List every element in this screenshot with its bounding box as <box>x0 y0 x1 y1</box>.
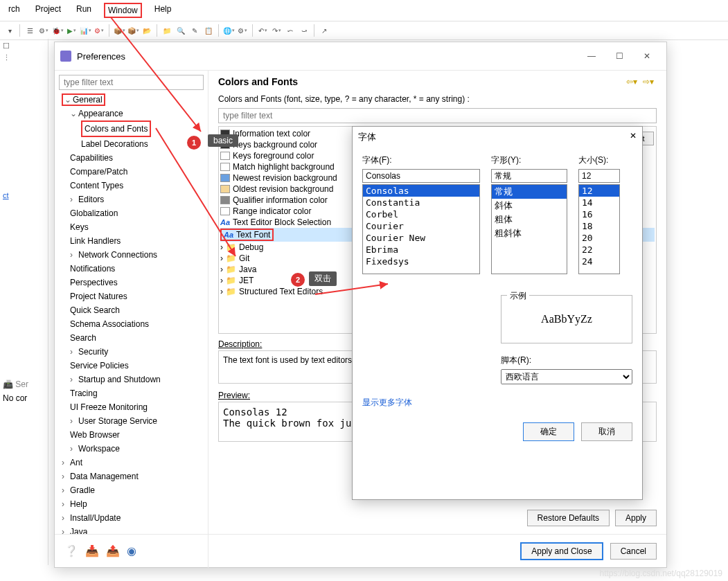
inner-filter-input[interactable] <box>218 108 657 123</box>
separator <box>314 24 314 37</box>
tree-item[interactable]: UI Freeze Monitoring <box>59 400 204 414</box>
font-dialog: 字体 ✕ 字体(F): Consolas Constantia Corbel C… <box>352 126 643 500</box>
tree-item[interactable]: Workspace <box>78 444 120 454</box>
size-label: 大小(S): <box>578 154 620 166</box>
size-listbox[interactable]: 12 14 16 18 20 22 24 <box>578 184 620 274</box>
export-icon[interactable]: 📤 <box>106 544 120 557</box>
filter-input[interactable] <box>59 75 204 90</box>
cancel-button[interactable]: Cancel <box>610 543 657 560</box>
menu-item-window[interactable]: Window <box>104 3 142 18</box>
tree-item[interactable]: Editors <box>78 195 104 204</box>
toolbar-icon[interactable]: ▾ <box>4 25 15 36</box>
page-title: Colors and Fonts <box>218 76 623 87</box>
tree-item[interactable]: Link Handlers <box>59 234 204 248</box>
preferences-tree[interactable]: ⌄General ⌄Appearance Colors and Fonts La… <box>59 93 204 539</box>
toolbar-icon[interactable]: ⚙▾ <box>237 25 248 36</box>
font-dialog-titlebar: 字体 ✕ <box>353 127 642 148</box>
script-select[interactable]: 西欧语言 <box>501 369 632 384</box>
tree-item[interactable]: Schema Associations <box>59 317 204 331</box>
tree-item[interactable]: Web Browser <box>59 428 204 442</box>
tree-item[interactable]: Help <box>70 499 87 509</box>
tree-item[interactable]: Perspectives <box>59 276 204 289</box>
font-name-input[interactable] <box>362 169 480 183</box>
toolbar-icon[interactable]: ⚙▾ <box>38 25 49 36</box>
toolbar-icon[interactable]: 🌐▾ <box>223 25 234 36</box>
toolbar-icon[interactable]: 📁 <box>161 25 172 36</box>
toolbar-icon[interactable]: 📊▾ <box>80 25 91 36</box>
tree-item[interactable]: Search <box>59 331 204 345</box>
toolbar: ▾ ☰ ⚙▾ 🐞▾ ▶▾ 📊▾ ⚙▾ 📦▾ 📦▾ 📂 📁 🔍 ✎ 📋 🌐▾ ⚙▾… <box>0 21 728 40</box>
record-icon[interactable]: ◉ <box>127 544 136 557</box>
tree-item[interactable]: Startup and Shutdown <box>78 375 161 384</box>
tree-item[interactable]: Install/Update <box>70 513 121 523</box>
tree-item[interactable]: Quick Search <box>59 303 204 317</box>
annotation-label-basic: basic <box>208 134 238 147</box>
toolbar-icon[interactable]: 📦▾ <box>114 25 125 36</box>
restore-defaults-button[interactable]: Restore Defaults <box>527 510 610 526</box>
close-button[interactable]: ✕ <box>633 46 661 66</box>
tree-item[interactable]: Project Natures <box>59 289 204 303</box>
nav-arrows[interactable]: ⇦▾⇨▾ <box>623 77 657 87</box>
tree-item[interactable]: Content Types <box>59 179 204 193</box>
panel-tab[interactable]: ⋮ <box>3 53 45 62</box>
tree-item[interactable]: Gradle <box>70 485 95 495</box>
tree-item[interactable]: Label Decorations <box>59 137 204 151</box>
menu-item-help[interactable]: Help <box>152 3 175 18</box>
toolbar-icon[interactable]: ⤻ <box>299 25 310 36</box>
link-fragment[interactable]: ct <box>3 191 9 199</box>
toolbar-icon[interactable]: ✎ <box>189 25 200 36</box>
maximize-button[interactable]: ☐ <box>605 46 633 66</box>
toolbar-icon[interactable]: ☰ <box>24 25 35 36</box>
font-style-input[interactable] <box>491 169 567 183</box>
tree-item[interactable]: Service Policies <box>59 359 204 373</box>
tree-item[interactable]: Tracing <box>59 386 204 400</box>
font-size-input[interactable] <box>578 169 620 183</box>
toolbar-icon[interactable]: ⤺ <box>285 25 296 36</box>
tree-item[interactable]: Ant <box>70 458 82 467</box>
back-icon[interactable]: ↶▾ <box>257 25 268 36</box>
menu-item-run[interactable]: Run <box>73 3 94 18</box>
debug-icon[interactable]: 🐞▾ <box>52 25 63 36</box>
separator <box>252 24 253 37</box>
apply-button[interactable]: Apply <box>615 510 657 526</box>
menu-bar: rch Project Run Window Help <box>0 0 728 21</box>
cancel-button[interactable]: 取消 <box>581 422 632 441</box>
minimize-button[interactable]: — <box>578 46 605 66</box>
toolbar-icon[interactable]: ⚙▾ <box>94 25 105 36</box>
watermark: https://blog.csdn.net/qq28129019 <box>600 569 722 578</box>
import-icon[interactable]: 📥 <box>85 544 99 557</box>
tree-colors-and-fonts[interactable]: Colors and Fonts <box>81 120 151 137</box>
tree-item[interactable]: Compare/Patch <box>59 165 204 179</box>
menu-item-project[interactable]: Project <box>33 3 64 18</box>
close-icon[interactable]: ✕ <box>630 131 637 143</box>
tree-item[interactable]: Security <box>78 347 108 357</box>
menu-item-search[interactable]: rch <box>6 3 23 18</box>
script-label: 脚本(R): <box>501 355 632 366</box>
toolbar-icon[interactable]: 📦▾ <box>127 25 139 36</box>
style-label: 字形(Y): <box>491 154 567 166</box>
toolbar-icon[interactable]: 📋 <box>203 25 214 36</box>
tree-item[interactable]: Keys <box>59 220 204 234</box>
apply-and-close-button[interactable]: Apply and Close <box>520 542 603 560</box>
more-fonts-link[interactable]: 显示更多字体 <box>362 397 412 409</box>
separator <box>109 24 109 37</box>
tree-item[interactable]: Notifications <box>59 262 204 276</box>
font-listbox[interactable]: Consolas Constantia Corbel Courier Couri… <box>362 184 480 274</box>
dialog-titlebar: Preferences — ☐ ✕ <box>55 42 666 71</box>
tree-item[interactable]: Data Management <box>70 472 139 481</box>
style-listbox[interactable]: 常规 斜体 粗体 粗斜体 <box>491 184 567 274</box>
forward-icon[interactable]: ↷▾ <box>271 25 282 36</box>
toolbar-icon[interactable]: 📂 <box>141 25 152 36</box>
run-icon[interactable]: ▶▾ <box>66 25 77 36</box>
ok-button[interactable]: 确定 <box>523 422 574 441</box>
panel-tab[interactable]: ☐ <box>3 42 45 51</box>
separator <box>19 24 20 37</box>
text-font-row[interactable]: Text Font <box>236 230 270 240</box>
tree-item[interactable]: User Storage Service <box>78 416 157 426</box>
tree-item[interactable]: Globalization <box>59 206 204 220</box>
help-icon[interactable]: ❔ <box>64 544 78 557</box>
tree-item[interactable]: Capabilities <box>59 151 204 165</box>
toolbar-icon[interactable]: 🔍 <box>175 25 186 36</box>
tree-item[interactable]: Network Connections <box>78 250 157 260</box>
toolbar-icon[interactable]: ↗ <box>319 25 330 36</box>
